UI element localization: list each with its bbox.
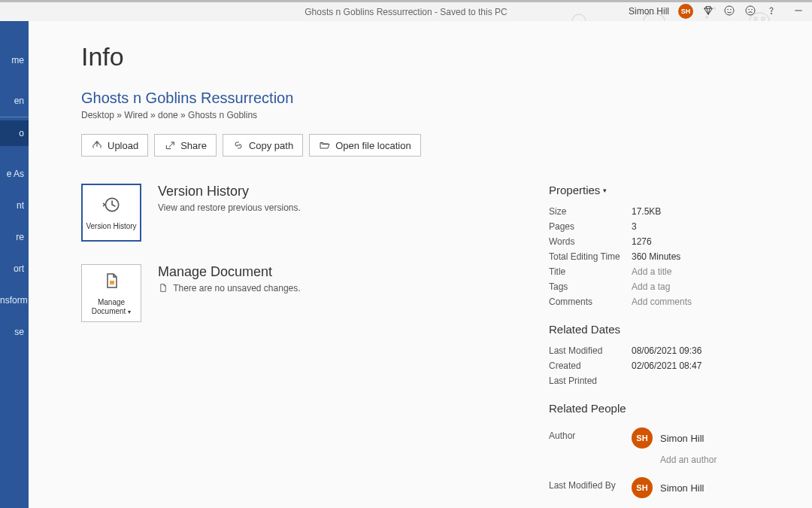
share-button[interactable]: Share	[154, 134, 217, 157]
page-title: Info	[81, 42, 782, 71]
prop-row-words: Words1276	[549, 234, 759, 249]
modby-row: Last Modified By SH Simon Hill	[549, 472, 759, 503]
share-label: Share	[180, 140, 207, 151]
manage-section-title: Manage Document	[158, 264, 519, 280]
help-icon[interactable]	[765, 5, 777, 19]
copy-path-label: Copy path	[249, 140, 293, 151]
author-name: Simon Hill	[660, 433, 704, 444]
version-history-tile[interactable]: Version History	[81, 184, 141, 242]
prop-row-pages: Pages3	[549, 219, 759, 234]
prop-row-size: Size17.5KB	[549, 204, 759, 219]
add-title-field[interactable]: Add a title	[632, 266, 671, 277]
properties-dropdown[interactable]: Properties ▾	[549, 184, 759, 196]
sidebar-item-1[interactable]: en	[0, 88, 29, 114]
prop-row-editing: Total Editing Time360 Minutes	[549, 249, 759, 264]
modby-person[interactable]: SH Simon Hill	[632, 474, 704, 501]
titlebar-text: Ghosts n Goblins Ressurrection - Saved t…	[304, 7, 507, 17]
open-location-button[interactable]: Open file location	[309, 134, 420, 157]
version-tile-label: Version History	[83, 222, 139, 231]
minimize-icon[interactable]	[792, 5, 804, 19]
sidebar-item-4[interactable]: nt	[0, 193, 29, 218]
sidebar-item-2[interactable]: o	[0, 120, 29, 146]
author-person[interactable]: SH Simon Hill	[632, 424, 717, 452]
copy-path-button[interactable]: Copy path	[223, 134, 303, 157]
properties-panel: Properties ▾ Size17.5KB Pages3 Words1276…	[549, 184, 782, 508]
modby-name: Simon Hill	[660, 482, 704, 494]
content-panel: Info Ghosts n Goblins Ressurrection Desk…	[29, 21, 812, 508]
link-icon	[232, 139, 244, 151]
prop-row-title: TitleAdd a title	[549, 264, 759, 279]
info-left: Version History Version History View and…	[81, 184, 519, 508]
svg-point-13	[752, 9, 753, 10]
svg-point-14	[771, 13, 771, 14]
add-tag-field[interactable]: Add a tag	[632, 281, 670, 292]
smile-icon[interactable]	[723, 5, 735, 19]
user-avatar[interactable]: SH	[678, 4, 693, 19]
properties-header-label: Properties	[549, 184, 600, 196]
prop-row-modified: Last Modified08/06/2021 09:36	[549, 343, 759, 358]
sidebar-item-5[interactable]: re	[0, 224, 29, 250]
document-icon	[102, 271, 120, 295]
related-people-header: Related People	[549, 402, 759, 415]
sidebar-item-7[interactable]: nsform	[0, 287, 29, 313]
svg-rect-17	[110, 281, 114, 284]
titlebar-right: Simon Hill SH	[629, 4, 804, 19]
version-section-title: Version History	[158, 184, 519, 199]
manage-section-desc: There are no unsaved changes.	[158, 283, 519, 294]
manage-document-tile[interactable]: Manage Document ▾	[81, 264, 141, 322]
history-icon	[102, 195, 121, 219]
svg-point-9	[728, 9, 729, 10]
author-row: Author SH Simon Hill Add an author	[549, 422, 759, 467]
prop-row-comments: CommentsAdd comments	[549, 294, 759, 309]
document-title: Ghosts n Goblins Ressurrection	[81, 90, 782, 107]
prop-row-printed: Last Printed	[549, 373, 759, 388]
related-dates-header: Related Dates	[549, 323, 759, 336]
prop-row-created: Created02/06/2021 08:47	[549, 358, 759, 373]
diamond-icon[interactable]	[702, 5, 714, 19]
backstage-sidebar: me en o e As nt re ort nsform se	[0, 21, 29, 508]
share-icon	[164, 139, 176, 151]
svg-point-11	[746, 6, 755, 15]
upload-button[interactable]: Upload	[81, 134, 148, 157]
upload-icon	[91, 139, 103, 151]
user-name[interactable]: Simon Hill	[629, 6, 669, 17]
add-author-field[interactable]: Add an author	[660, 455, 717, 465]
modby-avatar: SH	[632, 477, 653, 498]
sidebar-item-6[interactable]: ort	[0, 256, 29, 281]
sidebar-item-3[interactable]: e As	[0, 161, 29, 187]
author-avatar: SH	[632, 427, 653, 449]
prop-row-tags: TagsAdd a tag	[549, 279, 759, 294]
open-location-label: Open file location	[335, 140, 411, 151]
action-row: Upload Share Copy path Open file locatio…	[81, 134, 782, 157]
sidebar-item-0[interactable]: me	[0, 47, 29, 73]
svg-point-10	[731, 9, 732, 10]
chevron-down-icon: ▾	[603, 187, 607, 194]
svg-point-8	[725, 6, 734, 15]
breadcrumb: Desktop » Wired » done » Ghosts n Goblin…	[81, 110, 782, 120]
folder-open-icon	[319, 139, 331, 151]
title-bar: Ghosts n Goblins Ressurrection - Saved t…	[0, 0, 812, 21]
add-comments-field[interactable]: Add comments	[632, 297, 692, 307]
doc-small-icon	[158, 283, 168, 293]
sad-icon[interactable]	[744, 5, 756, 19]
upload-label: Upload	[108, 140, 138, 151]
sidebar-item-8[interactable]: se	[0, 319, 29, 345]
svg-point-12	[749, 9, 750, 10]
version-section-desc: View and restore previous versions.	[158, 202, 519, 213]
manage-tile-label: Manage Document ▾	[82, 298, 141, 316]
